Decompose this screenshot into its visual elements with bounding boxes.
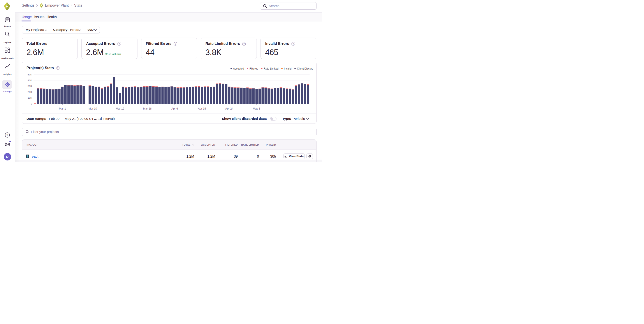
svg-text:?: ? [175,43,176,45]
svg-text:40K: 40K [28,79,32,82]
svg-text:Mar 28: Mar 28 [143,107,152,110]
svg-text:0: 0 [31,102,32,105]
svg-text:30K: 30K [28,85,32,87]
svg-text:Apr 24: Apr 24 [225,107,233,110]
svg-text:Apr 15: Apr 15 [198,107,206,110]
svg-text:50K: 50K [28,73,32,76]
svg-text:?: ? [244,43,245,45]
svg-text:Mar 10: Mar 10 [88,107,97,110]
svg-text:Mar 19: Mar 19 [116,107,124,110]
svg-text:?: ? [6,133,8,137]
svg-text:Mar 1: Mar 1 [59,107,66,110]
svg-text:May 3: May 3 [253,107,260,110]
svg-text:?: ? [118,43,120,45]
svg-text:20K: 20K [28,91,32,93]
svg-text:10K: 10K [28,96,32,99]
svg-text:?: ? [292,43,294,45]
svg-text:Apr 6: Apr 6 [171,107,178,110]
